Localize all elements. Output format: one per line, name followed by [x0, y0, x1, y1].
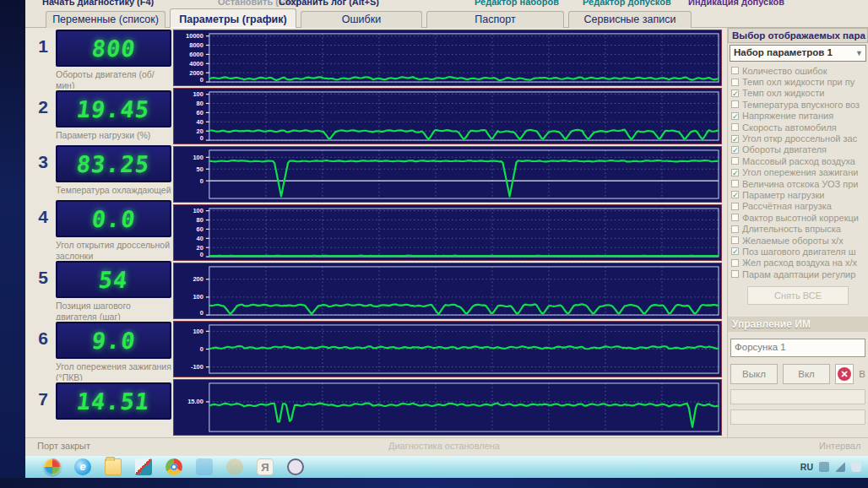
folder-icon[interactable] — [105, 458, 122, 475]
menu-item-set-editor[interactable]: Редактор наборов — [475, 0, 559, 7]
parameter-checkbox-item[interactable]: ✓Параметр нагрузки — [731, 189, 868, 200]
parameter-checkbox-item[interactable]: ✓Поз шагового двигателя ш — [731, 246, 868, 257]
checkbox[interactable] — [731, 259, 739, 267]
menu-item-save-log[interactable]: Сохранить лог (Alt+S) — [279, 0, 379, 7]
parameter-checkbox-item[interactable]: Величина отскока УОЗ при — [731, 178, 868, 189]
param-led-value: 54 — [97, 267, 129, 293]
checkbox[interactable]: ✓ — [731, 191, 739, 198]
param-label: Позиция шагового двигателя (шаг) — [56, 298, 171, 320]
parameter-checkbox-item[interactable]: ✓Угол откр дроссельной зас — [731, 133, 868, 144]
svg-text:10000: 10000 — [186, 32, 203, 40]
menu-item-tolerance-editor[interactable]: Редактор допусков — [583, 0, 671, 7]
checkbox[interactable] — [731, 225, 739, 233]
svg-text:100: 100 — [193, 328, 203, 335]
parameter-checkbox-item[interactable]: Парам адаптации регулир — [731, 268, 868, 279]
tab-service-records[interactable]: Сервисные записи — [568, 11, 692, 28]
checkbox-label: Массовый расход воздуха — [742, 156, 855, 166]
svg-text:0: 0 — [200, 134, 203, 142]
actuator-stop-button[interactable]: ✕ — [835, 364, 854, 384]
parameter-checkbox-item[interactable]: Температура впускного воз — [731, 99, 868, 110]
tab-parameters-graph[interactable]: Параметры (график) — [170, 8, 296, 28]
actuator-off-button[interactable]: Выкл — [730, 364, 778, 384]
svg-text:0: 0 — [200, 251, 203, 258]
param-index: 6 — [32, 322, 54, 359]
network-icon[interactable] — [835, 462, 845, 472]
checkbox[interactable] — [731, 236, 739, 244]
parameter-checkbox-item[interactable]: ✓Угол опережения зажигани — [731, 167, 868, 178]
checkbox-label: Поз шагового двигателя ш — [742, 247, 856, 257]
checkbox[interactable] — [731, 180, 739, 187]
empty-field-2[interactable] — [730, 409, 865, 425]
checkbox[interactable] — [731, 100, 739, 108]
checkbox[interactable]: ✓ — [731, 112, 739, 120]
checkbox[interactable] — [731, 214, 739, 221]
checkbox[interactable]: ✓ — [731, 247, 739, 255]
parameter-checkbox-item[interactable]: Количество ошибок — [731, 65, 868, 76]
checkbox[interactable]: ✓ — [731, 135, 739, 143]
checkbox[interactable] — [731, 203, 739, 210]
param-led-value: 0.0 — [90, 206, 138, 232]
parameter-checkbox-item[interactable]: ✓Напряжение питания — [731, 111, 868, 122]
tab-passport[interactable]: Паспорт — [426, 11, 564, 28]
checkbox-label: Рассчётная нагрузка — [742, 201, 832, 211]
param-row-5: 554Позиция шагового двигателя (шаг) — [32, 261, 171, 320]
checkbox[interactable] — [731, 157, 739, 165]
checkbox[interactable]: ✓ — [731, 169, 739, 176]
checkbox-label: Парам адаптации регулир — [742, 269, 855, 279]
checkbox[interactable] — [731, 79, 739, 86]
checkbox-label: Угол откр дроссельной зас — [742, 133, 857, 144]
chart-load-parameter: 100806040200 — [173, 88, 722, 144]
param-row-4: 40.0Угол открытия дроссельной заслонки — [32, 200, 171, 259]
actuator-buttons: Выкл Вкл ✕ В — [728, 364, 868, 384]
parameter-checkbox-item[interactable]: Массовый расход воздуха — [731, 155, 868, 166]
empty-field-1[interactable] — [730, 389, 865, 404]
param-led-display: 0.0 — [56, 200, 171, 237]
param-led-value: 800 — [90, 35, 138, 62]
checkbox-label: Скорость автомобиля — [742, 122, 837, 133]
language-indicator[interactable]: RU — [800, 462, 813, 472]
checkbox[interactable] — [731, 67, 739, 74]
checkbox-label: Температура впускного воз — [742, 100, 860, 110]
action-center-icon[interactable] — [851, 462, 861, 472]
truncated-button-label: В — [859, 369, 865, 379]
actuator-panel-title: Управление ИМ — [728, 317, 868, 332]
parameter-checkbox-item[interactable]: Желаемые обороты х/х — [731, 235, 868, 246]
svg-text:-100: -100 — [191, 363, 203, 371]
parameter-checkbox-item[interactable]: Скорость автомобиля — [731, 122, 868, 133]
tab-errors[interactable]: Ошибки — [301, 11, 422, 28]
tab-variables-list[interactable]: Переменные (список) — [46, 11, 165, 28]
parameter-checkbox-item[interactable]: ✓Обороты двигателя — [731, 144, 868, 155]
svg-text:15.00: 15.00 — [187, 398, 203, 405]
checkbox[interactable]: ✓ — [731, 146, 739, 154]
utility-icon[interactable] — [135, 458, 152, 475]
checkbox[interactable]: ✓ — [731, 89, 739, 97]
tray-app-icon[interactable] — [819, 462, 829, 472]
clear-all-button[interactable]: Снять ВСЕ — [747, 286, 849, 305]
messenger-icon[interactable] — [287, 458, 304, 475]
parameter-checkbox-item[interactable]: ✓Темп охл жидкости — [731, 88, 868, 99]
panel-title: Выбор отображаемых пара — [728, 28, 868, 43]
parameter-checkbox-item[interactable]: Фактор высотной коррекци — [731, 212, 868, 223]
browser-ie-icon[interactable]: e — [74, 458, 91, 475]
svg-text:50: 50 — [197, 165, 203, 173]
parameter-checkbox-item[interactable]: Длительность впрыска — [731, 223, 868, 234]
parameter-set-dropdown[interactable]: Набор параметров 1 ▼ — [730, 45, 866, 62]
checkbox[interactable] — [731, 270, 739, 278]
app-faint2-icon[interactable] — [226, 458, 243, 475]
actuator-on-button[interactable]: Вкл — [783, 364, 830, 384]
app-faint-icon[interactable] — [196, 458, 213, 475]
param-led-display: 14.51 — [56, 382, 171, 420]
parameter-checkbox-item[interactable]: Жел расход воздуха на х/х — [731, 258, 868, 268]
actuator-dropdown[interactable]: Форсунка 1 — [730, 339, 865, 357]
menu-item-start-diagnostics[interactable]: Начать диагностику (F4) — [42, 0, 154, 7]
parameter-checkbox-item[interactable]: Рассчётная нагрузка — [731, 201, 868, 212]
chrome-icon[interactable] — [165, 458, 182, 475]
start-orb-icon[interactable] — [44, 458, 61, 475]
param-index: 2 — [32, 90, 54, 127]
actuator-value: Форсунка 1 — [735, 342, 786, 352]
menu-item-tolerance-indication[interactable]: Индикация допусков — [688, 0, 784, 7]
param-index: 1 — [32, 30, 54, 67]
parameter-checkbox-item[interactable]: Темп охл жидкости при пу — [731, 76, 868, 87]
yandex-icon[interactable]: Я — [257, 458, 274, 475]
checkbox[interactable] — [731, 123, 739, 131]
